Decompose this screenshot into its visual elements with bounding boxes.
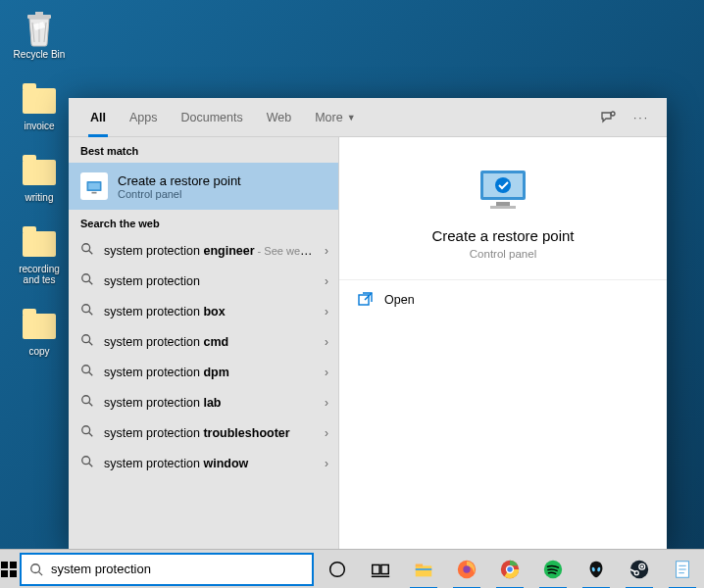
svg-line-11 <box>89 312 93 316</box>
svg-point-18 <box>82 426 90 434</box>
tab-apps[interactable]: Apps <box>118 98 170 137</box>
cortana-icon[interactable] <box>316 550 359 589</box>
chevron-down-icon: ▼ <box>347 113 356 122</box>
svg-line-13 <box>89 342 93 346</box>
svg-point-32 <box>31 564 40 572</box>
svg-point-49 <box>630 560 648 577</box>
preview-title: Create a restore point <box>349 227 657 244</box>
tab-documents[interactable]: Documents <box>169 98 254 137</box>
web-suggestion-1[interactable]: system protection› <box>69 266 338 296</box>
search-icon <box>80 333 94 350</box>
chevron-right-icon[interactable]: › <box>325 396 328 410</box>
web-suggestion-6[interactable]: system protection troubleshooter› <box>69 417 338 448</box>
svg-line-15 <box>89 372 93 376</box>
suggestion-text: system protection dpm <box>104 366 315 379</box>
svg-point-12 <box>82 335 90 343</box>
chevron-right-icon[interactable]: › <box>325 305 328 318</box>
desktop-icon-recycle-bin[interactable]: Recycle Bin <box>10 10 69 60</box>
best-match-header: Best match <box>69 137 338 163</box>
desktop-icons: Recycle Bininvoicewritingrecording and t… <box>10 10 69 357</box>
web-suggestion-4[interactable]: system protection dpm› <box>69 357 338 387</box>
svg-rect-25 <box>496 202 510 206</box>
start-button[interactable] <box>0 550 18 589</box>
svg-rect-40 <box>416 568 432 570</box>
spotify-icon[interactable] <box>531 550 575 589</box>
svg-rect-39 <box>416 564 423 566</box>
task-view-icon[interactable] <box>359 550 402 589</box>
web-suggestion-5[interactable]: system protection lab› <box>69 387 338 417</box>
desktop-icon-label: recording and tes <box>10 264 69 285</box>
svg-line-17 <box>89 403 93 407</box>
best-match-result[interactable]: Create a restore point Control panel <box>69 163 338 210</box>
search-icon <box>29 563 43 576</box>
web-suggestion-2[interactable]: system protection box› <box>69 296 338 326</box>
notepad-icon[interactable] <box>661 550 704 589</box>
desktop-icon-label: writing <box>25 192 54 203</box>
svg-rect-1 <box>35 12 43 15</box>
action-label: Open <box>384 293 415 307</box>
taskbar-search-box[interactable] <box>20 553 314 586</box>
steam-icon[interactable] <box>618 550 661 589</box>
suggestion-text: system protection cmd <box>104 335 315 349</box>
more-options-icon[interactable]: ··· <box>633 110 649 125</box>
search-icon <box>80 364 94 380</box>
suggestion-text: system protection lab <box>104 396 315 410</box>
svg-line-33 <box>39 571 43 575</box>
svg-rect-4 <box>88 183 100 190</box>
desktop-icon-label: invoice <box>24 121 54 131</box>
search-panel: AllAppsDocumentsWebMore▼ ··· Best match … <box>69 98 667 549</box>
svg-rect-5 <box>92 192 97 194</box>
svg-point-20 <box>82 457 90 465</box>
chevron-right-icon[interactable]: › <box>325 426 328 440</box>
search-input[interactable] <box>51 562 304 576</box>
web-suggestion-0[interactable]: system protection engineer - See web res… <box>69 235 338 266</box>
chevron-right-icon[interactable]: › <box>325 274 328 288</box>
desktop-icon-label: Recycle Bin <box>14 49 66 60</box>
alienware-icon[interactable] <box>575 550 618 589</box>
search-icon <box>80 455 94 471</box>
best-match-title: Create a restore point <box>118 173 241 188</box>
control-panel-icon <box>80 172 108 200</box>
svg-point-10 <box>82 305 90 313</box>
suggestion-text: system protection window <box>104 457 315 470</box>
search-tabs: AllAppsDocumentsWebMore▼ ··· <box>69 98 667 137</box>
chevron-right-icon[interactable]: › <box>325 457 328 470</box>
svg-line-19 <box>89 433 93 437</box>
suggestion-text: system protection box <box>104 305 315 318</box>
svg-point-16 <box>82 396 90 404</box>
tab-more[interactable]: More▼ <box>303 98 367 137</box>
svg-rect-29 <box>10 562 17 568</box>
svg-rect-30 <box>1 570 8 577</box>
search-web-header: Search the web <box>69 210 338 235</box>
action-open[interactable]: Open <box>339 280 667 319</box>
web-suggestion-7[interactable]: system protection window› <box>69 448 338 478</box>
svg-point-24 <box>495 177 511 193</box>
svg-line-21 <box>89 464 93 467</box>
chrome-icon[interactable] <box>488 550 531 589</box>
tab-all[interactable]: All <box>78 98 118 137</box>
search-icon <box>80 394 94 411</box>
svg-rect-26 <box>490 206 516 209</box>
svg-rect-27 <box>359 295 369 305</box>
desktop-icon-folder-copy[interactable]: copy <box>10 307 69 357</box>
chevron-right-icon[interactable]: › <box>325 366 328 379</box>
desktop-icon-folder-writing[interactable]: writing <box>10 153 69 203</box>
svg-rect-35 <box>373 564 379 573</box>
svg-rect-38 <box>416 565 432 576</box>
tab-web[interactable]: Web <box>255 98 303 137</box>
chevron-right-icon[interactable]: › <box>325 244 328 258</box>
web-suggestion-3[interactable]: system protection cmd› <box>69 326 338 357</box>
search-icon <box>80 424 94 441</box>
desktop-icon-folder-invoice[interactable]: invoice <box>10 81 69 131</box>
svg-rect-36 <box>381 564 388 573</box>
chevron-right-icon[interactable]: › <box>325 335 328 349</box>
svg-line-9 <box>89 281 93 285</box>
svg-point-45 <box>507 566 513 572</box>
preview-pane: Create a restore point Control panel Ope… <box>338 137 667 549</box>
preview-subtitle: Control panel <box>349 248 657 260</box>
desktop-icon-folder-recording[interactable]: recording and tes <box>10 224 69 285</box>
feedback-icon[interactable] <box>600 110 616 125</box>
svg-point-51 <box>640 564 643 567</box>
file-explorer-icon[interactable] <box>402 550 445 589</box>
firefox-icon[interactable] <box>445 550 488 589</box>
